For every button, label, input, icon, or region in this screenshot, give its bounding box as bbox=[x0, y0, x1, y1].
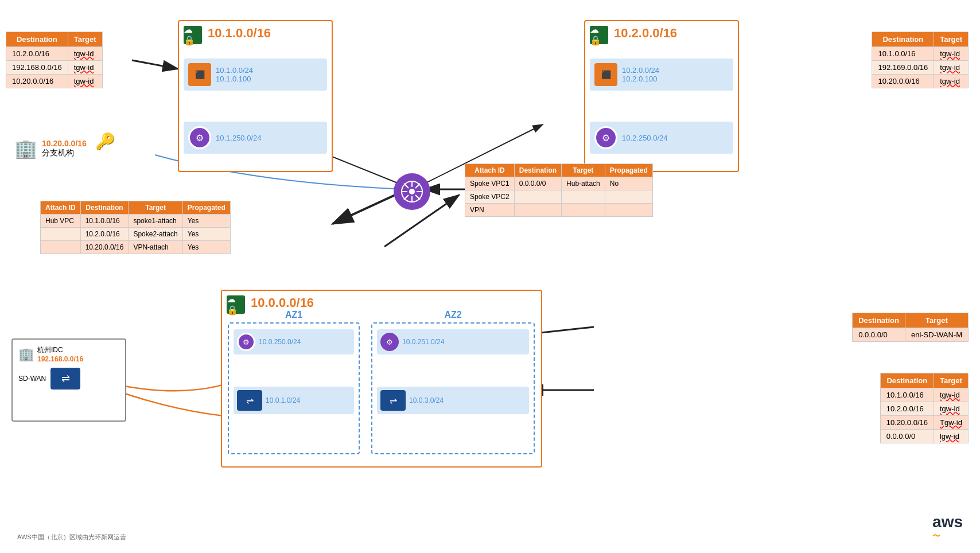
az2-subnet1: ⚙ 10.0.251.0/24 bbox=[377, 329, 529, 355]
sdwan-label: SD-WAN bbox=[18, 375, 46, 383]
vpn-icon: 🔑 bbox=[95, 132, 115, 151]
az1-subnet1-cidr: 10.0.250.0/24 bbox=[259, 338, 301, 346]
table-row: 10.20.0.0/16 tgw-id bbox=[872, 75, 969, 88]
aws-logo: aws 〜 bbox=[932, 513, 963, 542]
col-target: Target bbox=[934, 32, 969, 47]
vpc1-box: ☁🔒 10.1.0.0/16 ⬛ 10.1.0.0/24 10.1.0.100 … bbox=[178, 20, 333, 172]
az1-subnet2-cidr: 10.0.1.0/24 bbox=[266, 396, 300, 404]
vpc2-chip-icon: ⬛ bbox=[594, 63, 617, 86]
svg-line-21 bbox=[415, 184, 420, 188]
hub-cloud-icon: ☁🔒 bbox=[227, 295, 245, 314]
vpc2-route-table-element: Destination Target 10.1.0.0/16 tgw-id 19… bbox=[872, 32, 969, 88]
table-row: 10.2.0.0/16 Spoke2-attach Yes bbox=[41, 228, 231, 241]
svg-line-20 bbox=[415, 195, 420, 200]
vpc2-subnet1-ip: 10.2.0.100 bbox=[622, 75, 659, 83]
idc-sdwan-icon: ⇌ bbox=[50, 368, 80, 390]
az2-subnet2: ⇌ 10.0.3.0/24 bbox=[377, 387, 529, 414]
table-row: 10.1.0.0/16 tgw-id bbox=[880, 388, 968, 402]
branch-label: 分支机构 bbox=[42, 148, 87, 158]
aws-text: aws bbox=[932, 513, 963, 531]
branch-office: 🏢 10.20.0.0/16 分支机构 🔑 bbox=[14, 138, 87, 159]
footnote: AWS中国（北京）区域由光环新网运营 bbox=[17, 533, 126, 542]
col-destination: Destination bbox=[880, 373, 934, 388]
vpc2-title: 10.2.0.0/16 bbox=[614, 26, 677, 41]
tgw-icon bbox=[400, 180, 423, 203]
table-row: 10.2.0.0/16 tgw-id bbox=[6, 47, 103, 61]
vpc2-router-icon: ⚙ bbox=[594, 126, 617, 149]
vpc1-subnet2-cidr: 10.1.250.0/24 bbox=[216, 134, 262, 142]
az2-sdwan-icon: ⇌ bbox=[380, 390, 406, 411]
col-destination: Destination bbox=[853, 313, 905, 328]
az2-label: AZ2 bbox=[444, 310, 461, 320]
col-attach-id: Attach ID bbox=[41, 201, 81, 215]
col-target: Target bbox=[129, 201, 182, 215]
az2-box: AZ2 ⚙ 10.0.251.0/24 ⇌ 10.0.3.0/24 bbox=[371, 322, 535, 454]
col-target: Target bbox=[68, 32, 102, 47]
az1-label: AZ1 bbox=[285, 310, 302, 320]
table-row: 10.20.0.0/16 Tgw-id bbox=[880, 416, 968, 430]
idc-cidr: 192.168.0.0/16 bbox=[37, 355, 83, 363]
table-row: Hub VPC 10.1.0.0/16 spoke1-attach Yes bbox=[41, 215, 231, 228]
az1-box: AZ1 ⚙ 10.0.250.0/24 ⇌ 10.0.1.0/24 bbox=[228, 322, 360, 454]
idc-label: 杭州IDC bbox=[37, 345, 83, 355]
col-destination: Destination bbox=[872, 32, 934, 47]
bottom-route-table-1-element: Destination Target 0.0.0.0/0 eni-SD-WAN-… bbox=[852, 313, 969, 342]
az1-subnet2: ⇌ 10.0.1.0/24 bbox=[234, 387, 354, 414]
spoke-tgw-table-element: Attach ID Destination Target Propagated … bbox=[465, 163, 653, 217]
table-row: 10.1.0.0/16 tgw-id bbox=[872, 47, 969, 61]
hub-tgw-table-element: Attach ID Destination Target Propagated … bbox=[40, 201, 231, 254]
table-row: 192.168.0.0/16 tgw-id bbox=[6, 61, 103, 75]
diagram-arrows bbox=[0, 0, 980, 553]
table-row: 0.0.0.0/0 eni-SD-WAN-M bbox=[853, 328, 969, 342]
col-target: Target bbox=[934, 373, 968, 388]
vpc2-subnet2-cidr: 10.2.250.0/24 bbox=[622, 134, 668, 142]
vpc2-subnet1-cidr: 10.2.0.0/24 bbox=[622, 66, 659, 75]
svg-line-4 bbox=[132, 60, 178, 69]
az2-router-icon: ⚙ bbox=[380, 333, 399, 351]
bottom-route-table-1: Destination Target 0.0.0.0/0 eni-SD-WAN-… bbox=[852, 313, 969, 342]
vpc2-box: ☁🔒 10.2.0.0/16 ⬛ 10.2.0.0/24 10.2.0.100 … bbox=[584, 20, 739, 172]
svg-point-14 bbox=[409, 189, 415, 194]
building-icon: 🏢 bbox=[14, 138, 37, 159]
vpc1-subnet1: ⬛ 10.1.0.0/24 10.1.0.100 bbox=[184, 59, 327, 91]
az2-subnet2-cidr: 10.0.3.0/24 bbox=[409, 396, 444, 404]
idc-box: 🏢 杭州IDC 192.168.0.0/16 SD-WAN ⇌ bbox=[11, 338, 126, 422]
col-destination: Destination bbox=[514, 164, 561, 177]
table-row: Spoke VPC2 bbox=[465, 190, 653, 204]
vpc2-cloud-icon: ☁🔒 bbox=[590, 26, 608, 44]
left-vpc1-route-table: Destination Target 10.2.0.0/16 tgw-id 19… bbox=[6, 32, 103, 88]
hub-vpc-route-table: Attach ID Destination Target Propagated … bbox=[40, 201, 231, 254]
table-row: VPN bbox=[465, 204, 653, 217]
vpc1-cloud-icon: ☁🔒 bbox=[184, 26, 202, 44]
col-attach-id: Attach ID bbox=[465, 164, 515, 177]
table-row: 192.169.0.0/16 tgw-id bbox=[872, 61, 969, 75]
bottom-route-table-2-element: Destination Target 10.1.0.0/16 tgw-id 10… bbox=[880, 373, 969, 443]
vpc1-subnet1-ip: 10.1.0.100 bbox=[216, 75, 253, 83]
svg-line-19 bbox=[404, 184, 409, 188]
az2-subnet1-cidr: 10.0.251.0/24 bbox=[402, 338, 444, 346]
table-row: 0.0.0.0/0 lgw-id bbox=[880, 430, 968, 443]
bottom-route-table-2: Destination Target 10.1.0.0/16 tgw-id 10… bbox=[880, 373, 969, 443]
spoke-vpc-route-table: Attach ID Destination Target Propagated … bbox=[465, 163, 653, 217]
az1-router-icon: ⚙ bbox=[237, 333, 255, 351]
hub-vpc-box: ☁🔒 10.0.0.0/16 AZ1 ⚙ 10.0.250.0/24 ⇌ 10.… bbox=[221, 290, 542, 468]
hub-vpc-title: 10.0.0.0/16 bbox=[251, 295, 314, 310]
idc-building-icon: 🏢 bbox=[18, 347, 34, 362]
az1-subnet1: ⚙ 10.0.250.0/24 bbox=[234, 329, 354, 355]
col-destination: Destination bbox=[6, 32, 68, 47]
vpc1-router-icon: ⚙ bbox=[188, 126, 211, 149]
svg-line-22 bbox=[404, 195, 409, 200]
az1-sdwan-icon: ⇌ bbox=[237, 390, 262, 411]
table-row: Spoke VPC1 0.0.0.0/0 Hub-attach No bbox=[465, 177, 653, 190]
table-row: 10.20.0.0/16 VPN-attach Yes bbox=[41, 241, 231, 254]
aws-smile: 〜 bbox=[932, 531, 963, 542]
col-propagated: Propagated bbox=[182, 201, 230, 215]
main-diagram: Destination Target 10.2.0.0/16 tgw-id 19… bbox=[0, 0, 980, 553]
col-target: Target bbox=[905, 313, 968, 328]
vpc1-chip-icon: ⬛ bbox=[188, 63, 211, 86]
col-destination: Destination bbox=[80, 201, 129, 215]
vpc1-subnet1-cidr: 10.1.0.0/24 bbox=[216, 66, 253, 75]
table-row: 10.2.0.0/16 tgw-id bbox=[880, 402, 968, 416]
col-propagated: Propagated bbox=[605, 164, 652, 177]
table-row: 10.20.0.0/16 tgw-id bbox=[6, 75, 103, 88]
